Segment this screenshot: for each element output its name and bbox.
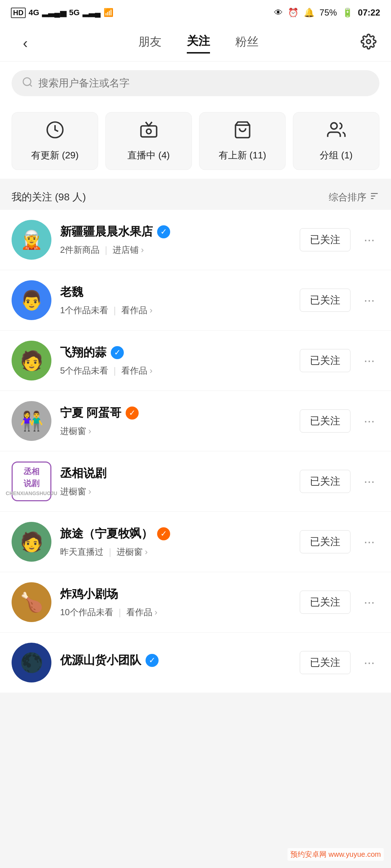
- follow-button[interactable]: 已关注: [300, 651, 350, 674]
- status-left-icons: HD 4G ▂▃▄▅ 5G ▂▃▄ 📶: [11, 8, 113, 18]
- sub-link1[interactable]: 进店铺: [113, 244, 139, 256]
- sub-text2[interactable]: 1个作品未看: [60, 305, 108, 316]
- user-name[interactable]: 丞相说剧: [60, 465, 106, 481]
- user-name[interactable]: 旅途（宁夏牧飒）: [60, 526, 153, 542]
- sub-link3[interactable]: 看作品: [121, 365, 147, 376]
- sub-text1[interactable]: 2件新商品: [60, 244, 100, 256]
- follow-button[interactable]: 已关注: [300, 591, 350, 614]
- search-bar[interactable]: [12, 70, 379, 96]
- avatar[interactable]: 🍗: [12, 582, 51, 622]
- sort-control[interactable]: 综合排序: [329, 191, 379, 204]
- sub-text3[interactable]: 5个作品未看: [60, 365, 108, 376]
- signal-icon: ▂▃▄▅: [42, 8, 66, 17]
- more-button[interactable]: ···: [359, 534, 379, 549]
- avatar[interactable]: 🌑: [12, 643, 51, 682]
- sub-link4[interactable]: 进橱窗: [60, 425, 86, 437]
- user-name[interactable]: 飞翔的蒜: [60, 345, 106, 361]
- verified-badge-orange: ✓: [126, 407, 139, 420]
- sub-text7[interactable]: 10个作品未看: [60, 607, 113, 618]
- user-item: 👫 宁夏 阿蛋哥 ✓ 进橱窗 › 已关注 ···: [0, 391, 391, 451]
- status-bar: HD 4G ▂▃▄▅ 5G ▂▃▄ 📶 👁 ⏰ 🔔 75% 🔋 07:22: [0, 0, 391, 25]
- settings-button[interactable]: [361, 34, 377, 53]
- avatar[interactable]: 🧑: [12, 341, 51, 380]
- svg-point-0: [367, 40, 371, 44]
- user-info: 新疆疆晨晨水果店 ✓ 2件新商品 ｜ 进店铺 ›: [60, 224, 291, 256]
- tab-following[interactable]: 关注: [187, 33, 210, 54]
- svg-point-7: [331, 123, 337, 129]
- sub-link2[interactable]: 看作品: [121, 305, 147, 316]
- follow-button[interactable]: 已关注: [300, 349, 350, 372]
- more-button[interactable]: ···: [359, 595, 379, 610]
- user-item: 🧑 旅途（宁夏牧飒） ✓ 昨天直播过 ｜ 进橱窗 › 已关注 ···: [0, 512, 391, 572]
- svg-point-5: [146, 129, 151, 134]
- nav-tabs: 朋友 关注 粉丝: [138, 33, 258, 54]
- battery-icon: 🔋: [342, 8, 353, 18]
- avatar-emoji: 👨: [20, 289, 43, 311]
- bell-icon: 🔔: [304, 8, 315, 18]
- verified-badge-orange: ✓: [157, 527, 170, 540]
- svg-point-1: [23, 78, 31, 85]
- filter-live[interactable]: 直播中 (4): [105, 112, 192, 170]
- user-sub: 2件新商品 ｜ 进店铺 ›: [60, 244, 291, 256]
- more-button[interactable]: ···: [359, 413, 379, 429]
- avatar-emoji: 🍗: [20, 591, 43, 613]
- user-info: 飞翔的蒜 ✓ 5个作品未看 ｜ 看作品 ›: [60, 345, 291, 376]
- user-name[interactable]: 新疆疆晨晨水果店: [60, 224, 153, 240]
- tab-friends[interactable]: 朋友: [138, 34, 161, 53]
- filter-live-label: 直播中 (4): [127, 149, 170, 162]
- user-sub: 1个作品未看 ｜ 看作品 ›: [60, 305, 291, 316]
- avatar[interactable]: 👨: [12, 280, 51, 320]
- user-name-row: 新疆疆晨晨水果店 ✓: [60, 224, 291, 240]
- chevron-right-icon: ›: [88, 426, 91, 436]
- more-button[interactable]: ···: [359, 474, 379, 489]
- filter-new[interactable]: 有上新 (11): [199, 112, 286, 170]
- user-sub: 进橱窗 ›: [60, 486, 291, 497]
- avatar[interactable]: 🧝: [12, 220, 51, 260]
- sub-link6[interactable]: 进橱窗: [117, 546, 143, 558]
- avatar-emoji: 🌑: [20, 652, 43, 674]
- alarm-icon: ⏰: [288, 8, 299, 18]
- follow-button[interactable]: 已关注: [300, 289, 350, 312]
- logo-text-line1: 丞相: [24, 465, 39, 477]
- more-button[interactable]: ···: [359, 293, 379, 308]
- sub-link5[interactable]: 进橱窗: [60, 486, 86, 497]
- avatar-emoji: 🧝: [20, 229, 43, 250]
- filter-group[interactable]: 分组 (1): [293, 112, 379, 170]
- avatar-emoji: 🧑: [20, 350, 43, 372]
- sub-link7[interactable]: 看作品: [126, 607, 152, 618]
- user-name[interactable]: 炸鸡小剧场: [60, 586, 118, 602]
- logo-sub: CHENXIANGSHUOJU: [6, 490, 57, 497]
- more-button[interactable]: ···: [359, 232, 379, 247]
- filter-updates[interactable]: 有更新 (29): [12, 112, 98, 170]
- watermark: 预约安卓网 www.yuyue.com: [287, 848, 384, 861]
- back-button[interactable]: ‹: [14, 35, 36, 51]
- tab-fans[interactable]: 粉丝: [235, 34, 258, 53]
- wifi-icon: 📶: [104, 8, 113, 17]
- search-input[interactable]: [38, 77, 369, 89]
- eye-icon: 👁: [274, 8, 283, 18]
- follow-button[interactable]: 已关注: [300, 470, 350, 493]
- sort-icon: [369, 191, 379, 204]
- more-button[interactable]: ···: [359, 655, 379, 670]
- sub-text6[interactable]: 昨天直播过: [60, 546, 104, 558]
- avatar[interactable]: 👫: [12, 401, 51, 441]
- user-name[interactable]: 老魏: [60, 284, 83, 300]
- follow-button[interactable]: 已关注: [300, 409, 350, 433]
- filter-cards: 有更新 (29) 直播中 (4) 有上新 (11): [0, 105, 391, 179]
- shop-icon: [233, 120, 252, 143]
- avatar[interactable]: 丞相 说剧 CHENXIANGSHUOJU: [12, 461, 51, 501]
- svg-line-2: [30, 84, 32, 86]
- signal2-icon: ▂▃▄: [83, 8, 101, 17]
- user-info: 丞相说剧 进橱窗 ›: [60, 465, 291, 497]
- more-button[interactable]: ···: [359, 353, 379, 368]
- follow-button[interactable]: 已关注: [300, 228, 350, 251]
- time-display: 07:22: [358, 8, 380, 18]
- user-name[interactable]: 宁夏 阿蛋哥: [60, 405, 121, 421]
- user-sub: 5个作品未看 ｜ 看作品 ›: [60, 365, 291, 376]
- follow-button[interactable]: 已关注: [300, 530, 350, 553]
- user-item: 🧑 飞翔的蒜 ✓ 5个作品未看 ｜ 看作品 › 已关注 ···: [0, 331, 391, 391]
- user-name[interactable]: 优源山货小团队: [60, 652, 141, 668]
- avatar[interactable]: 🧑: [12, 522, 51, 562]
- nav-bar: ‹ 朋友 关注 粉丝: [0, 25, 391, 61]
- filter-new-label: 有上新 (11): [219, 149, 266, 162]
